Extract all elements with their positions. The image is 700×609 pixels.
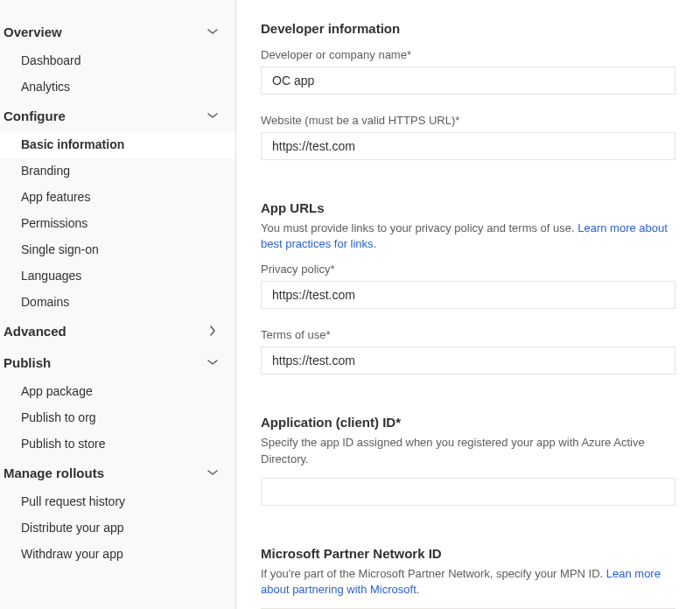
section-title-client-id: Application (client) ID* bbox=[261, 415, 676, 430]
chevron-down-icon bbox=[204, 464, 221, 481]
sidebar-item-publish-to-org[interactable]: Publish to org bbox=[0, 404, 235, 430]
field-privacy-policy: Privacy policy* bbox=[261, 262, 676, 309]
app-urls-section: App URLs You must provide links to your … bbox=[261, 200, 676, 374]
section-header-configure[interactable]: Configure bbox=[0, 100, 235, 131]
help-text-app-urls-prefix: You must provide links to your privacy p… bbox=[261, 221, 578, 234]
chevron-right-icon bbox=[204, 322, 221, 340]
section-title-app-urls: App URLs bbox=[261, 200, 676, 215]
sidebar: OverviewDashboardAnalyticsConfigureBasic… bbox=[0, 0, 236, 609]
help-text-app-urls: You must provide links to your privacy p… bbox=[261, 220, 676, 252]
section-header-manage-rollouts[interactable]: Manage rollouts bbox=[0, 457, 235, 488]
sidebar-item-basic-information[interactable]: Basic information bbox=[0, 131, 235, 158]
label-privacy-policy: Privacy policy* bbox=[261, 262, 676, 276]
section-header-publish[interactable]: Publish bbox=[0, 346, 235, 378]
sidebar-item-languages[interactable]: Languages bbox=[0, 262, 235, 289]
sidebar-item-branding[interactable]: Branding bbox=[0, 158, 235, 184]
section-header-advanced[interactable]: Advanced bbox=[0, 315, 235, 346]
client-id-section: Application (client) ID* Specify the app… bbox=[261, 415, 676, 505]
main-content: Developer information Developer or compa… bbox=[236, 0, 700, 609]
mpn-section: Microsoft Partner Network ID If you're p… bbox=[261, 546, 676, 609]
field-client-id bbox=[261, 478, 676, 506]
input-terms-of-use[interactable] bbox=[261, 346, 676, 374]
sidebar-item-withdraw-your-app[interactable]: Withdraw your app bbox=[0, 541, 235, 567]
section-header-label: Publish bbox=[4, 355, 51, 370]
developer-information-section: Developer information Developer or compa… bbox=[261, 21, 676, 160]
section-title-mpn: Microsoft Partner Network ID bbox=[261, 546, 676, 561]
section-header-label: Manage rollouts bbox=[4, 466, 104, 480]
input-client-id[interactable] bbox=[261, 478, 676, 506]
field-website: Website (must be a valid HTTPS URL)* bbox=[261, 114, 676, 160]
input-website[interactable] bbox=[261, 132, 676, 160]
sidebar-item-single-sign-on[interactable]: Single sign-on bbox=[0, 236, 235, 262]
chevron-down-icon bbox=[204, 107, 221, 124]
chevron-down-icon bbox=[204, 23, 221, 40]
help-text-mpn: If you're part of the Microsoft Partner … bbox=[261, 566, 676, 598]
sidebar-item-dashboard[interactable]: Dashboard bbox=[0, 47, 235, 74]
sidebar-item-distribute-your-app[interactable]: Distribute your app bbox=[0, 514, 235, 541]
sidebar-item-permissions[interactable]: Permissions bbox=[0, 210, 235, 236]
label-terms-of-use: Terms of use* bbox=[261, 328, 676, 341]
label-website: Website (must be a valid HTTPS URL)* bbox=[261, 114, 676, 127]
sidebar-item-publish-to-store[interactable]: Publish to store bbox=[0, 430, 235, 457]
sidebar-item-pull-request-history[interactable]: Pull request history bbox=[0, 488, 235, 514]
section-header-overview[interactable]: Overview bbox=[0, 16, 235, 47]
label-developer-name: Developer or company name* bbox=[261, 48, 676, 61]
sidebar-item-app-features[interactable]: App features bbox=[0, 184, 235, 210]
section-header-label: Overview bbox=[4, 24, 62, 39]
sidebar-item-app-package[interactable]: App package bbox=[0, 378, 235, 404]
help-text-mpn-prefix: If you're part of the Microsoft Partner … bbox=[261, 567, 606, 580]
section-header-label: Configure bbox=[4, 108, 66, 123]
sidebar-item-domains[interactable]: Domains bbox=[0, 289, 235, 315]
input-developer-name[interactable] bbox=[261, 66, 676, 94]
help-text-client-id: Specify the app ID assigned when you reg… bbox=[261, 435, 676, 466]
input-privacy-policy[interactable] bbox=[261, 281, 676, 309]
field-developer-name: Developer or company name* bbox=[261, 48, 676, 94]
chevron-down-icon bbox=[204, 354, 221, 371]
field-terms-of-use: Terms of use* bbox=[261, 328, 676, 374]
section-title-developer-information: Developer information bbox=[261, 21, 676, 36]
section-header-label: Advanced bbox=[4, 324, 66, 339]
sidebar-item-analytics[interactable]: Analytics bbox=[0, 74, 235, 100]
